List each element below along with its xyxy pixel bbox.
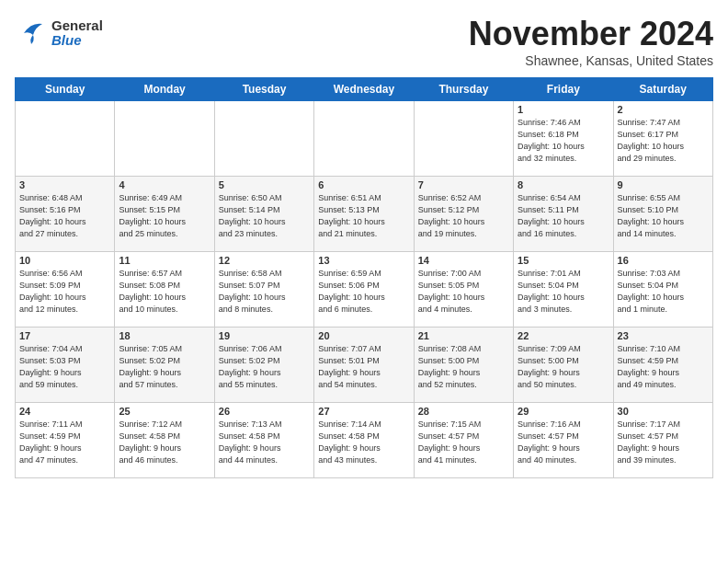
calendar-cell: 29Sunrise: 7:16 AMSunset: 4:57 PMDayligh… xyxy=(514,403,613,478)
day-number: 22 xyxy=(518,330,609,341)
month-title: November 2024 xyxy=(469,15,713,53)
day-info: Sunrise: 7:11 AMSunset: 4:59 PMDaylight:… xyxy=(19,419,110,466)
calendar-week-3: 10Sunrise: 6:56 AMSunset: 5:09 PMDayligh… xyxy=(16,252,713,327)
calendar-cell: 25Sunrise: 7:12 AMSunset: 4:58 PMDayligh… xyxy=(115,403,214,478)
calendar-cell: 23Sunrise: 7:10 AMSunset: 4:59 PMDayligh… xyxy=(613,327,712,403)
day-number: 20 xyxy=(318,330,409,341)
calendar-cell xyxy=(115,101,214,177)
calendar-cell: 1Sunrise: 7:46 AMSunset: 6:18 PMDaylight… xyxy=(514,101,613,177)
day-info: Sunrise: 7:10 AMSunset: 4:59 PMDaylight:… xyxy=(618,343,709,391)
day-info: Sunrise: 7:17 AMSunset: 4:57 PMDaylight:… xyxy=(618,419,709,466)
day-number: 7 xyxy=(418,179,509,190)
calendar-table: SundayMondayTuesdayWednesdayThursdayFrid… xyxy=(15,77,713,478)
calendar-cell: 14Sunrise: 7:00 AMSunset: 5:05 PMDayligh… xyxy=(414,252,513,327)
day-number: 10 xyxy=(19,255,110,266)
day-number: 5 xyxy=(219,179,310,190)
calendar-cell: 12Sunrise: 6:58 AMSunset: 5:07 PMDayligh… xyxy=(214,252,313,327)
day-number: 13 xyxy=(318,255,409,266)
day-info: Sunrise: 7:12 AMSunset: 4:58 PMDaylight:… xyxy=(119,419,210,466)
logo-icon xyxy=(15,15,48,48)
calendar-cell: 13Sunrise: 6:59 AMSunset: 5:06 PMDayligh… xyxy=(314,252,414,327)
day-number: 16 xyxy=(618,255,709,266)
day-number: 6 xyxy=(318,179,409,190)
day-info: Sunrise: 6:57 AMSunset: 5:08 PMDaylight:… xyxy=(119,268,210,316)
calendar-cell: 22Sunrise: 7:09 AMSunset: 5:00 PMDayligh… xyxy=(514,327,613,403)
calendar-cell: 15Sunrise: 7:01 AMSunset: 5:04 PMDayligh… xyxy=(514,252,613,327)
day-info: Sunrise: 6:55 AMSunset: 5:10 PMDaylight:… xyxy=(618,192,709,240)
day-number: 28 xyxy=(418,406,509,417)
day-info: Sunrise: 6:50 AMSunset: 5:14 PMDaylight:… xyxy=(219,192,310,240)
calendar-cell: 8Sunrise: 6:54 AMSunset: 5:11 PMDaylight… xyxy=(514,177,613,252)
day-number: 27 xyxy=(318,406,409,417)
calendar-cell: 2Sunrise: 7:47 AMSunset: 6:17 PMDaylight… xyxy=(613,101,712,177)
page-container: General Blue November 2024 Shawnee, Kans… xyxy=(0,0,728,486)
day-info: Sunrise: 7:00 AMSunset: 5:05 PMDaylight:… xyxy=(418,268,509,316)
calendar-cell: 30Sunrise: 7:17 AMSunset: 4:57 PMDayligh… xyxy=(613,403,712,478)
calendar-week-2: 3Sunrise: 6:48 AMSunset: 5:16 PMDaylight… xyxy=(16,177,713,252)
calendar-week-5: 24Sunrise: 7:11 AMSunset: 4:59 PMDayligh… xyxy=(16,403,713,478)
logo: General Blue xyxy=(15,15,103,52)
day-header-monday: Monday xyxy=(115,78,214,101)
calendar-cell: 3Sunrise: 6:48 AMSunset: 5:16 PMDaylight… xyxy=(16,177,115,252)
logo-blue: Blue xyxy=(51,32,82,48)
calendar-cell: 10Sunrise: 6:56 AMSunset: 5:09 PMDayligh… xyxy=(16,252,115,327)
day-number: 12 xyxy=(219,255,310,266)
day-header-wednesday: Wednesday xyxy=(314,78,414,101)
title-area: November 2024 Shawnee, Kansas, United St… xyxy=(469,15,713,68)
day-number: 24 xyxy=(19,406,110,417)
day-number: 8 xyxy=(518,179,609,190)
calendar-cell: 5Sunrise: 6:50 AMSunset: 5:14 PMDaylight… xyxy=(214,177,313,252)
day-info: Sunrise: 7:03 AMSunset: 5:04 PMDaylight:… xyxy=(618,268,709,316)
day-header-saturday: Saturday xyxy=(613,78,712,101)
calendar-cell: 16Sunrise: 7:03 AMSunset: 5:04 PMDayligh… xyxy=(613,252,712,327)
calendar-cell: 18Sunrise: 7:05 AMSunset: 5:02 PMDayligh… xyxy=(115,327,214,403)
day-number: 30 xyxy=(618,406,709,417)
day-number: 1 xyxy=(518,104,609,115)
day-number: 4 xyxy=(119,179,210,190)
day-info: Sunrise: 7:06 AMSunset: 5:02 PMDaylight:… xyxy=(219,343,310,391)
day-number: 21 xyxy=(418,330,509,341)
day-number: 25 xyxy=(119,406,210,417)
day-info: Sunrise: 6:58 AMSunset: 5:07 PMDaylight:… xyxy=(219,268,310,316)
day-info: Sunrise: 7:04 AMSunset: 5:03 PMDaylight:… xyxy=(19,343,110,391)
calendar-week-4: 17Sunrise: 7:04 AMSunset: 5:03 PMDayligh… xyxy=(16,327,713,403)
calendar-cell: 27Sunrise: 7:14 AMSunset: 4:58 PMDayligh… xyxy=(314,403,414,478)
day-number: 9 xyxy=(618,179,709,190)
day-info: Sunrise: 7:08 AMSunset: 5:00 PMDaylight:… xyxy=(418,343,509,391)
day-number: 14 xyxy=(418,255,509,266)
calendar-cell xyxy=(214,101,313,177)
calendar-cell: 20Sunrise: 7:07 AMSunset: 5:01 PMDayligh… xyxy=(314,327,414,403)
calendar-week-1: 1Sunrise: 7:46 AMSunset: 6:18 PMDaylight… xyxy=(16,101,713,177)
day-number: 17 xyxy=(19,330,110,341)
calendar-cell xyxy=(414,101,513,177)
calendar-header-row: SundayMondayTuesdayWednesdayThursdayFrid… xyxy=(16,78,713,101)
header: General Blue November 2024 Shawnee, Kans… xyxy=(15,15,713,68)
calendar-cell: 9Sunrise: 6:55 AMSunset: 5:10 PMDaylight… xyxy=(613,177,712,252)
day-number: 3 xyxy=(19,179,110,190)
day-number: 18 xyxy=(119,330,210,341)
day-number: 29 xyxy=(518,406,609,417)
calendar-cell xyxy=(16,101,115,177)
day-info: Sunrise: 7:47 AMSunset: 6:17 PMDaylight:… xyxy=(618,117,709,165)
day-number: 19 xyxy=(219,330,310,341)
calendar-cell: 11Sunrise: 6:57 AMSunset: 5:08 PMDayligh… xyxy=(115,252,214,327)
day-info: Sunrise: 6:49 AMSunset: 5:15 PMDaylight:… xyxy=(119,192,210,240)
day-info: Sunrise: 7:09 AMSunset: 5:00 PMDaylight:… xyxy=(518,343,609,391)
calendar-cell: 19Sunrise: 7:06 AMSunset: 5:02 PMDayligh… xyxy=(214,327,313,403)
day-info: Sunrise: 6:59 AMSunset: 5:06 PMDaylight:… xyxy=(318,268,409,316)
day-number: 15 xyxy=(518,255,609,266)
day-info: Sunrise: 7:15 AMSunset: 4:57 PMDaylight:… xyxy=(418,419,509,466)
calendar-cell: 21Sunrise: 7:08 AMSunset: 5:00 PMDayligh… xyxy=(414,327,513,403)
day-info: Sunrise: 7:07 AMSunset: 5:01 PMDaylight:… xyxy=(318,343,409,391)
calendar-cell: 7Sunrise: 6:52 AMSunset: 5:12 PMDaylight… xyxy=(414,177,513,252)
day-info: Sunrise: 7:16 AMSunset: 4:57 PMDaylight:… xyxy=(518,419,609,466)
calendar-cell: 17Sunrise: 7:04 AMSunset: 5:03 PMDayligh… xyxy=(16,327,115,403)
day-info: Sunrise: 7:13 AMSunset: 4:58 PMDaylight:… xyxy=(219,419,310,466)
day-info: Sunrise: 6:56 AMSunset: 5:09 PMDaylight:… xyxy=(19,268,110,316)
calendar-cell: 24Sunrise: 7:11 AMSunset: 4:59 PMDayligh… xyxy=(16,403,115,478)
day-header-friday: Friday xyxy=(514,78,613,101)
calendar-cell xyxy=(314,101,414,177)
day-info: Sunrise: 7:14 AMSunset: 4:58 PMDaylight:… xyxy=(318,419,409,466)
day-info: Sunrise: 7:05 AMSunset: 5:02 PMDaylight:… xyxy=(119,343,210,391)
day-info: Sunrise: 7:01 AMSunset: 5:04 PMDaylight:… xyxy=(518,268,609,316)
